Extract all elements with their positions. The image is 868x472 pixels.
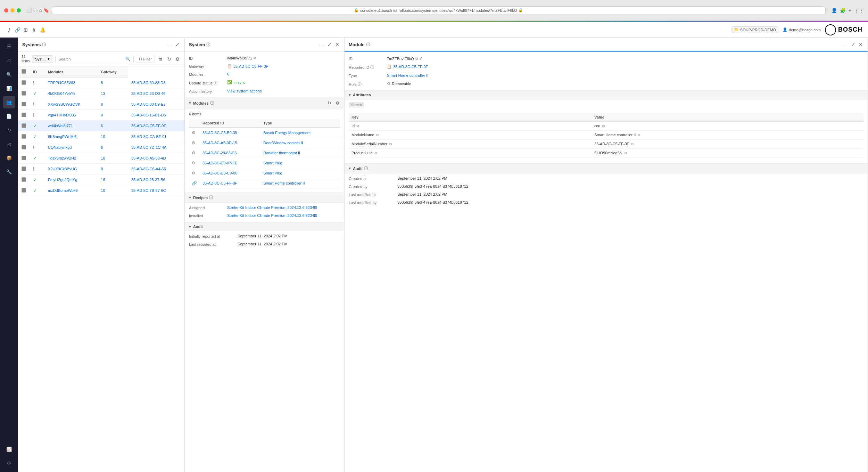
system-id-link[interactable]: XXwS9SCWGOVK [48,102,81,106]
more-options[interactable]: ⋮⋮ [854,8,864,13]
nav-home[interactable]: ⌂ [39,8,42,13]
sidebar-item-home[interactable]: ⌂ [3,54,15,67]
module-close-btn[interactable]: ✕ [858,41,863,48]
env-badge[interactable]: 📁 SOUP-PROD-DEMO [731,26,778,33]
sidebar-item-rollouts[interactable]: ↻ [3,124,15,136]
refresh-icon[interactable]: ↻ [166,55,172,63]
copy-module-id-icon[interactable]: ⧉ [415,57,418,61]
table-row[interactable]: ✓ wd4kWol8t771 6 35-AD-8C-C5-FF-0F [18,121,184,131]
system-info-icon[interactable]: ⓘ [206,42,210,47]
user-info[interactable]: 👤 demo@bosch.com [783,27,821,32]
system-id-link[interactable]: X2UX9Ck3BvUG [48,167,77,171]
sidebar-item-reports[interactable]: 📈 [3,443,15,455]
filter-dropdown[interactable]: Syst... ▼ [32,55,53,63]
system-close-btn[interactable]: ✕ [334,41,340,48]
gateway-link[interactable]: 35-AD-8C-7B-67-6C [131,188,166,193]
module-id-link[interactable]: 35-AD-8C-A5-0D-15 [202,141,237,145]
system-expand-btn[interactable]: ⤢ [327,41,332,48]
system-id-link[interactable]: 4b0KGK4YvhYk [48,91,75,96]
maximize-button[interactable] [17,8,21,13]
module-type-link[interactable]: Radiator thermostat II [263,151,300,155]
module-type-link[interactable]: Smart Home controller II [263,181,305,185]
sidebar-item-documents[interactable]: 📄 [3,110,15,122]
sidebar-item-settings[interactable]: ⚙ [3,457,15,469]
select-all-checkbox[interactable] [22,69,26,74]
modules-count-link[interactable]: 8 [101,81,103,85]
table-row[interactable]: ! XXwS9SCWGOVK 8 35-AD-8C-00-B9-E7 [18,99,184,110]
sidebar-item-dashboard[interactable]: 📊 [3,82,15,95]
search-icon[interactable]: 🔍 [125,57,131,62]
gateway-link[interactable]: 35-AD-8C-A5-58-4D [131,156,166,160]
row-checkbox[interactable] [22,102,26,106]
modules-count-link[interactable]: 6 [101,145,103,149]
system-gateway-link[interactable]: 35-AD-8C-C5-FF-0F [233,64,268,68]
recipes-chevron-icon[interactable]: ▼ [188,196,192,200]
add-tab[interactable]: + [849,8,851,13]
assigned-link[interactable]: Starter Kit Indoor Climate Premium:2024.… [227,205,317,210]
module-row[interactable]: ⚙ 35-AD-8C-29-83-C6 Radiator thermostat … [189,148,340,158]
system-id-link[interactable]: wd4kWol8t771 [48,124,73,128]
search-input[interactable] [58,57,124,61]
gateway-link[interactable]: 35-AD-8C-CA-BF-01 [131,135,166,139]
module-reported-id-link[interactable]: 35-AD-8C-C5-FF-0F [393,65,428,69]
system-id-link[interactable]: 6K5mogPWnMi6 [48,135,77,139]
module-expand-icon[interactable]: ⤢ [419,56,422,61]
modules-count-link[interactable]: 8 [101,102,103,106]
modules-count-link[interactable]: 10 [101,135,105,139]
table-row[interactable]: ✓ FmyU2guJQmYg 16 35-AD-8C-25-37-B6 [18,174,184,185]
system-action-link[interactable]: View system actions [227,89,262,93]
module-id-link[interactable]: 35-AD-8C-C5-B9-39 [202,131,237,135]
gateway-link[interactable]: 35-AD-8C-00-B9-E7 [131,102,166,106]
table-row[interactable]: ✓ 4b0KGK4YvhYk 13 35-AD-8C-23-D0-46 [18,88,184,99]
module-row[interactable]: 🔗 35-AD-8C-C5-FF-0F Smart Home controlle… [189,178,340,188]
address-bar[interactable]: 🔒 console.eu1.bosch-iot-rollouts.com/sys… [52,6,826,14]
bell-icon[interactable]: 🔔 [39,26,46,33]
copy-key-icon[interactable]: ⧉ [357,124,359,128]
gateway-link[interactable]: 35-AD-8C-80-83-D3 [131,81,165,85]
module-id-link[interactable]: 35-AD-8C-C5-FF-0F [202,181,237,185]
system-id-link[interactable]: vqp4THHyDO35 [48,113,76,117]
module-expand-btn[interactable]: ⤢ [850,41,856,48]
reported-id-info-icon[interactable]: ⓘ [370,65,374,70]
row-checkbox[interactable] [22,113,26,117]
extensions-icon[interactable]: 🧩 [840,8,846,13]
systems-expand-btn[interactable]: ⤢ [175,41,180,48]
gateway-link[interactable]: 35-AD-8C-25-37-B6 [131,178,165,182]
system-id-link[interactable]: mzDdBomoWbk9 [48,188,78,193]
sidebar-item-entities[interactable]: 👥 [3,96,15,108]
copy-key-icon[interactable]: ⧉ [375,151,377,155]
close-button[interactable] [4,8,8,13]
modules-count-link[interactable]: 10 [101,188,105,193]
module-info-icon[interactable]: ⓘ [366,42,370,47]
module-id-link[interactable]: 35-AD-8C-29-83-C6 [202,151,237,155]
gateway-link[interactable]: 35-AD-8C-23-D0-46 [131,91,165,96]
sidebar-item-menu[interactable]: ☰ [3,40,15,53]
copy-key-icon[interactable]: ⧉ [376,133,379,137]
system-id-link[interactable]: TgsxSmzwV2H2 [48,156,76,160]
row-checkbox[interactable] [22,134,26,139]
share-icon[interactable]: ⤴ [6,26,13,33]
nav-window-icon[interactable]: ⬜ [26,8,32,13]
table-row[interactable]: ✓ 6K5mogPWnMi6 10 35-AD-8C-CA-BF-01 [18,131,184,142]
module-type-link[interactable]: Door/Window contact II [263,141,303,145]
module-type-link[interactable]: Smart Plug [263,171,282,175]
modules-count-link[interactable]: 8 [101,167,103,171]
table-row[interactable]: ! TRPPf4G65Wl2 8 35-AD-8C-80-83-D3 [18,78,184,88]
copy-value-icon[interactable]: ⧉ [625,151,627,155]
row-checkbox[interactable] [22,145,26,149]
module-id-link[interactable]: 35-AD-8C-D3-C9-06 [202,171,237,175]
module-row[interactable]: ⚙ 35-AD-8C-D9-07-FE Smart Plug [189,158,340,168]
status-info-icon[interactable]: ⓘ [214,80,217,86]
systems-info-icon[interactable]: ⓘ [42,42,46,47]
table-row[interactable]: ! CQNzblyrfxgd 6 35-AD-8C-7D-1C-4A [18,142,184,153]
nav-forward[interactable]: › [36,8,38,13]
copy-id-icon[interactable]: ⧉ [254,56,256,60]
role-info-icon[interactable]: ⓘ [358,82,362,87]
gateway-link[interactable]: 35-AD-8C-7D-1C-4A [131,145,166,149]
sidebar-item-distributions[interactable]: 📦 [3,152,15,164]
dollar-icon[interactable]: § [31,26,38,33]
table-row[interactable]: ! X2UX9Ck3BvUG 8 35-AD-8C-C6-A4-56 [18,164,184,174]
profile-icon[interactable]: 👤 [831,8,837,13]
sidebar-item-targets[interactable]: ◎ [3,138,15,150]
delete-icon[interactable]: 🗑 [157,55,164,63]
